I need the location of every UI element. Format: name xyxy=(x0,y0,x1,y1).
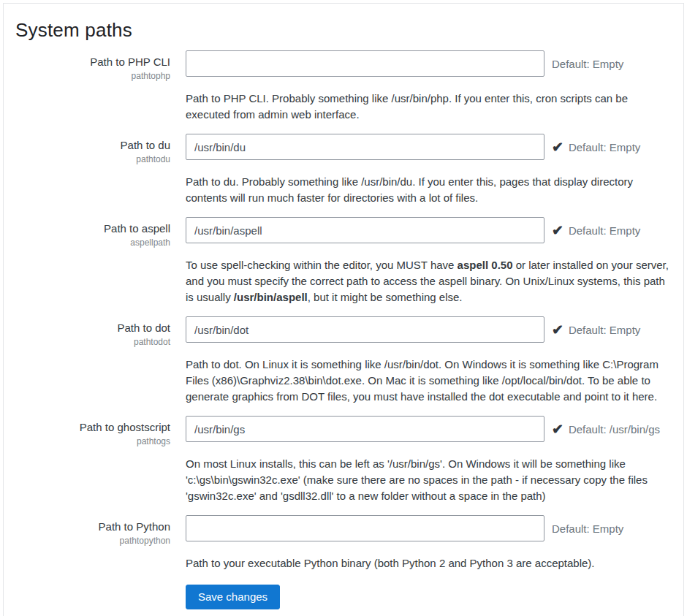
setting-default: Default: Empty xyxy=(552,522,623,535)
save-row: Save changes xyxy=(186,585,672,609)
setting-label-column: Path to dot pathtodot xyxy=(15,316,170,405)
setting-label: Path to Python xyxy=(15,520,170,533)
setting-input-pathtodu[interactable] xyxy=(186,134,544,160)
setting-default: ✔ Default: Empty xyxy=(552,140,640,154)
content-frame: System paths Path to PHP CLI pathtophp D… xyxy=(3,3,684,616)
page-title: System paths xyxy=(15,19,672,41)
setting-default-text: Default: /usr/bin/gs xyxy=(569,423,660,436)
setting-label-column: Path to PHP CLI pathtophp xyxy=(15,50,170,123)
setting-default: Default: Empty xyxy=(552,58,623,70)
setting-shortname: pathtodot xyxy=(15,337,170,347)
setting-input-line: ✔ Default: Empty xyxy=(186,217,672,243)
setting-row-pathtopython: Path to Python pathtopython Default: Emp… xyxy=(15,515,672,571)
check-icon: ✔ xyxy=(552,422,563,436)
setting-input-line: Default: Empty xyxy=(186,50,672,77)
setting-input-column: ✔ Default: Empty Path to dot. On Linux i… xyxy=(186,316,672,405)
setting-default-text: Default: Empty xyxy=(569,324,640,336)
setting-description: Path to dot. On Linux it is something li… xyxy=(186,357,672,405)
setting-label: Path to ghostscript xyxy=(15,420,170,434)
setting-input-line: ✔ Default: Empty xyxy=(186,316,672,343)
setting-default-text: Default: Empty xyxy=(552,522,623,535)
setting-default-text: Default: Empty xyxy=(569,224,640,237)
setting-input-aspellpath[interactable] xyxy=(186,217,544,243)
setting-label-column: Path to du pathtodu xyxy=(15,134,170,206)
setting-input-line: ✔ Default: Empty xyxy=(186,134,672,160)
setting-description: On most Linux installs, this can be left… xyxy=(186,456,672,504)
setting-shortname: aspellpath xyxy=(15,237,170,248)
setting-input-column: Default: Empty Path to PHP CLI. Probably… xyxy=(186,50,672,123)
setting-default: ✔ Default: Empty xyxy=(552,323,640,337)
setting-default-text: Default: Empty xyxy=(552,58,623,70)
setting-label-column: Path to aspell aspellpath xyxy=(15,217,170,305)
setting-input-pathtogs[interactable] xyxy=(186,416,544,442)
setting-row-aspellpath: Path to aspell aspellpath ✔ Default: Emp… xyxy=(15,217,672,305)
setting-label-column: Path to ghostscript pathtogs xyxy=(15,416,170,504)
save-changes-button[interactable]: Save changes xyxy=(186,585,280,609)
setting-input-line: ✔ Default: /usr/bin/gs xyxy=(186,416,672,442)
setting-label: Path to du xyxy=(15,138,170,152)
setting-input-pathtopython[interactable] xyxy=(186,515,544,541)
setting-row-pathtodu: Path to du pathtodu ✔ Default: Empty Pat… xyxy=(15,134,672,206)
settings-form: Path to PHP CLI pathtophp Default: Empty… xyxy=(15,50,672,571)
setting-row-pathtophp: Path to PHP CLI pathtophp Default: Empty… xyxy=(15,50,672,123)
setting-default-text: Default: Empty xyxy=(569,141,640,153)
setting-input-column: ✔ Default: Empty Path to du. Probably so… xyxy=(186,134,672,206)
setting-input-column: ✔ Default: /usr/bin/gs On most Linux ins… xyxy=(186,416,672,504)
check-icon: ✔ xyxy=(552,323,563,337)
setting-label: Path to PHP CLI xyxy=(15,55,170,69)
setting-input-column: ✔ Default: Empty To use spell-checking w… xyxy=(186,217,672,305)
setting-shortname: pathtogs xyxy=(15,436,170,446)
setting-label: Path to aspell xyxy=(15,221,170,235)
setting-input-column: Default: Empty Path to your executable P… xyxy=(186,515,672,571)
setting-description: Path to PHP CLI. Probably something like… xyxy=(186,91,672,123)
setting-label-column: Path to Python pathtopython xyxy=(15,515,170,571)
check-icon: ✔ xyxy=(552,140,563,154)
setting-row-pathtogs: Path to ghostscript pathtogs ✔ Default: … xyxy=(15,416,672,504)
setting-input-line: Default: Empty xyxy=(186,515,672,541)
setting-default: ✔ Default: /usr/bin/gs xyxy=(552,422,660,436)
setting-shortname: pathtopython xyxy=(15,536,170,546)
setting-shortname: pathtodu xyxy=(15,154,170,164)
setting-label: Path to dot xyxy=(15,321,170,335)
check-icon: ✔ xyxy=(552,224,563,237)
setting-description: Path to du. Probably something like /usr… xyxy=(186,174,672,206)
setting-shortname: pathtophp xyxy=(15,71,170,81)
setting-input-pathtodot[interactable] xyxy=(186,316,544,343)
setting-description: Path to your executable Python binary (b… xyxy=(186,555,672,571)
settings-page: System paths Path to PHP CLI pathtophp D… xyxy=(0,0,687,616)
setting-row-pathtodot: Path to dot pathtodot ✔ Default: Empty P… xyxy=(15,316,672,405)
setting-input-pathtophp[interactable] xyxy=(186,50,544,77)
setting-description: To use spell-checking within the editor,… xyxy=(186,257,672,305)
setting-default: ✔ Default: Empty xyxy=(552,224,640,237)
